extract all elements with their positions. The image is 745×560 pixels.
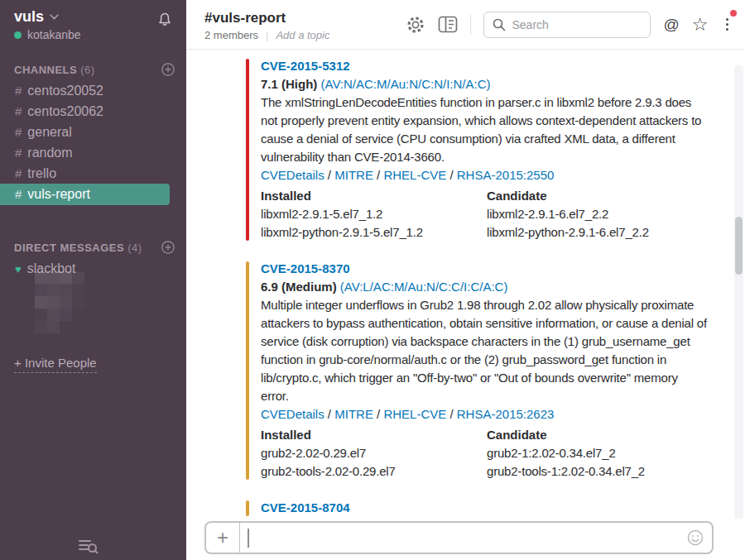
- attachment-accent-bar: [246, 261, 249, 480]
- field-title: Candidate: [487, 426, 709, 444]
- user-presence[interactable]: kotakanbe: [14, 28, 81, 41]
- search-list-icon[interactable]: [79, 538, 99, 556]
- search-input[interactable]: [512, 18, 627, 31]
- message-attachment: CVE-2015-8704: [246, 499, 709, 517]
- add-channel-icon[interactable]: [161, 63, 175, 76]
- channel-title[interactable]: #vuls-report: [204, 10, 329, 26]
- vulnerability-description: The xmlStringLenDecodeEntities function …: [261, 93, 709, 166]
- field-column: Installedlibxml2-2.9.1-5.el7_1.2libxml2-…: [261, 187, 487, 242]
- package-version: grub2-tools-1:2.02-0.34.el7_2: [487, 462, 709, 481]
- sidebar-item-slackbot[interactable]: ♥slackbot: [0, 258, 186, 279]
- reference-link[interactable]: RHEL-CVE: [383, 168, 446, 182]
- bell-icon[interactable]: [156, 12, 173, 28]
- workspace-row: vuls kotakanbe: [0, 0, 186, 41]
- reference-link[interactable]: CVEDetails: [261, 168, 324, 182]
- add-topic-button[interactable]: Add a topic: [276, 29, 329, 41]
- presence-dot-icon: [14, 31, 22, 39]
- sidebar-item-centos20062[interactable]: #centos20062: [0, 101, 186, 122]
- meta-divider: |: [266, 29, 268, 41]
- channel-name: general: [27, 125, 71, 139]
- channel-name: centos20052: [27, 84, 103, 98]
- sidebar-item-vuls-report[interactable]: #vuls-report: [0, 184, 170, 205]
- scrollbar-thumb[interactable]: [735, 217, 743, 275]
- channel-name: vuls-report: [27, 187, 90, 201]
- link-separator: /: [373, 168, 384, 182]
- attachment-fields: Installedlibxml2-2.9.1-5.el7_1.2libxml2-…: [261, 187, 709, 242]
- hash-icon: #: [15, 166, 22, 180]
- cve-title-link[interactable]: CVE-2015-8704: [261, 499, 350, 517]
- reference-links: CVEDetails / MITRE / RHEL-CVE / RHSA-201…: [261, 405, 709, 424]
- package-version: grub2-1:2.02-0.34.el7_2: [487, 444, 709, 462]
- dm-list: ♥slackbot: [0, 258, 186, 279]
- severity-score: 7.1 (High): [261, 77, 321, 91]
- chevron-down-icon: [50, 14, 59, 20]
- attach-file-button[interactable]: +: [206, 523, 240, 553]
- notification-dot: [730, 10, 737, 17]
- more-options-kebab-icon[interactable]: [721, 17, 734, 33]
- sidebar-item-random[interactable]: #random: [0, 142, 186, 163]
- cve-title-link[interactable]: CVE-2015-5312: [261, 57, 350, 75]
- severity-line: 7.1 (High) (AV:N/AC:M/Au:N/C:N/I:N/A:C): [261, 75, 709, 93]
- flexpane-toggle-icon[interactable]: [438, 16, 458, 33]
- dm-count: (4): [127, 242, 142, 254]
- starred-items-icon[interactable]: ☆: [692, 17, 709, 33]
- reference-link[interactable]: MITRE: [334, 168, 373, 182]
- cvss-vector-link[interactable]: (AV:N/AC:M/Au:N/C:N/I:N/A:C): [321, 77, 491, 91]
- message-input[interactable]: [240, 523, 687, 553]
- hash-icon: #: [15, 187, 22, 201]
- search-box[interactable]: [483, 12, 651, 38]
- reference-link[interactable]: MITRE: [334, 407, 373, 421]
- channel-settings-gear-icon[interactable]: [406, 15, 425, 35]
- hash-icon: #: [15, 104, 22, 118]
- workspace-menu[interactable]: vuls: [14, 8, 81, 26]
- hash-icon: #: [15, 125, 22, 139]
- workspace-name: vuls: [14, 8, 44, 26]
- reference-link[interactable]: RHEL-CVE: [383, 407, 446, 421]
- add-dm-icon[interactable]: [161, 241, 175, 254]
- message-list: CVE-2015-5312 7.1 (High) (AV:N/AC:M/Au:N…: [186, 50, 733, 560]
- channel-pane: #vuls-report 2 members | Add a topic: [186, 0, 745, 560]
- header-divider: [470, 15, 471, 35]
- channel-list: #centos20052#centos20062#general#random#…: [0, 80, 186, 205]
- field-title: Installed: [261, 187, 487, 205]
- attachment-fields: Installedgrub2-2.02-0.29.el7grub2-tools-…: [261, 426, 709, 481]
- sidebar-item-centos20052[interactable]: #centos20052: [0, 80, 186, 101]
- search-icon: [493, 18, 506, 31]
- hash-icon: #: [15, 146, 22, 160]
- message-input-box: +: [204, 521, 714, 554]
- member-count[interactable]: 2 members: [204, 29, 258, 41]
- sidebar-item-trello[interactable]: #trello: [0, 163, 186, 184]
- emoji-picker-icon[interactable]: [687, 523, 712, 553]
- channel-header: #vuls-report 2 members | Add a topic: [186, 0, 745, 50]
- reference-link[interactable]: RHSA-2015:2550: [457, 168, 555, 182]
- field-column: Installedgrub2-2.02-0.29.el7grub2-tools-…: [261, 426, 487, 481]
- link-separator: /: [324, 407, 335, 421]
- field-title: Candidate: [487, 187, 709, 205]
- link-separator: /: [446, 168, 457, 182]
- channels-label: CHANNELS: [14, 64, 77, 76]
- attachment-accent-bar: [246, 500, 249, 516]
- cve-title-link[interactable]: CVE-2015-8370: [261, 260, 350, 278]
- reference-link[interactable]: RHSA-2015:2623: [457, 407, 555, 421]
- channel-name: trello: [27, 166, 56, 180]
- invite-people-button[interactable]: + Invite People: [14, 356, 97, 373]
- link-separator: /: [373, 407, 384, 421]
- channels-count: (6): [80, 64, 94, 76]
- severity-score: 6.9 (Medium): [261, 280, 340, 294]
- scrollbar-track[interactable]: [734, 65, 743, 532]
- package-version: libxml2-python-2.9.1-6.el7_2.2: [487, 223, 709, 242]
- package-version: libxml2-2.9.1-6.el7_2.2: [487, 205, 709, 223]
- attachment-accent-bar: [246, 59, 249, 241]
- dm-section-header[interactable]: DIRECT MESSAGES (4): [0, 241, 186, 254]
- vulnerability-description: Multiple integer underflows in Grub2 1.9…: [261, 296, 709, 405]
- link-separator: /: [324, 168, 335, 182]
- mentions-icon[interactable]: @: [663, 16, 679, 34]
- message-attachment: CVE-2015-5312 7.1 (High) (AV:N/AC:M/Au:N…: [246, 57, 709, 242]
- link-separator: /: [446, 407, 457, 421]
- cvss-vector-link[interactable]: (AV:L/AC:M/Au:N/C:C/I:C/A:C): [340, 280, 508, 294]
- sidebar-item-general[interactable]: #general: [0, 122, 186, 142]
- channels-section-header[interactable]: CHANNELS (6): [0, 63, 186, 76]
- package-version: grub2-tools-2.02-0.29.el7: [261, 462, 487, 481]
- user-name: kotakanbe: [27, 28, 81, 41]
- reference-link[interactable]: CVEDetails: [261, 407, 324, 421]
